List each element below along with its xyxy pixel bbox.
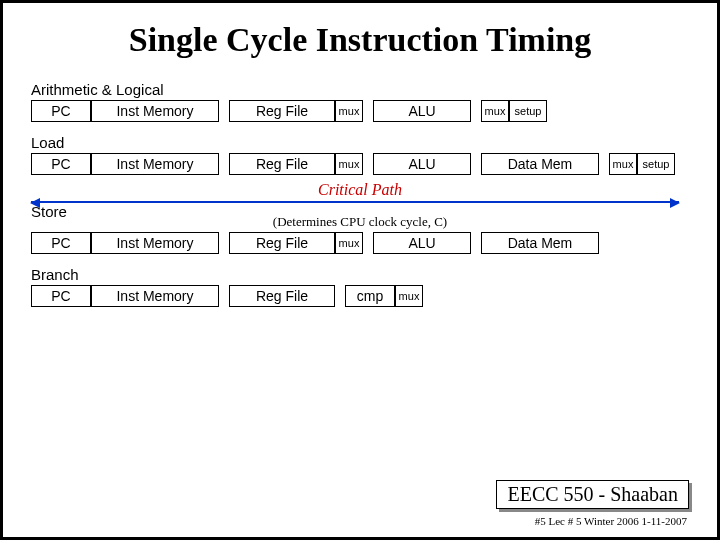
stage-inst: Inst Memory [91,100,219,122]
stage-data: Data Mem [481,153,599,175]
stage-reg: Reg File [229,100,335,122]
stage-setup: setup [509,100,547,122]
gap [219,232,229,254]
gap [471,100,481,122]
stage-cmp: cmp [345,285,395,307]
stage-inst: Inst Memory [91,153,219,175]
gap [335,285,345,307]
section-arithmetic-label: Arithmetic & Logical [31,81,689,98]
stage-mux: mux [395,285,423,307]
stage-reg: Reg File [229,153,335,175]
stage-alu: ALU [373,100,471,122]
stage-inst: Inst Memory [91,232,219,254]
stage-mux: mux [335,232,363,254]
stage-mux: mux [335,100,363,122]
gap [599,153,609,175]
gap [363,153,373,175]
stage-mux: mux [481,100,509,122]
stage-setup: setup [637,153,675,175]
arrow-line [31,201,679,203]
row-store: PC Inst Memory Reg File mux ALU Data Mem [31,232,689,254]
gap [363,100,373,122]
gap [471,153,481,175]
stage-inst: Inst Memory [91,285,219,307]
stage-mux: mux [335,153,363,175]
footer-sub: #5 Lec # 5 Winter 2006 1-11-2007 [535,515,687,527]
stage-pc: PC [31,285,91,307]
stage-reg: Reg File [229,285,335,307]
row-branch: PC Inst Memory Reg File cmp mux [31,285,689,307]
footer-course: EECC 550 - Shaaban [496,480,689,509]
determines-label: (Determines CPU clock cycle, C) [31,214,689,230]
stage-alu: ALU [373,153,471,175]
critical-path-label: Critical Path [31,181,689,199]
row-arithmetic: PC Inst Memory Reg File mux ALU mux setu… [31,100,689,122]
row-load: PC Inst Memory Reg File mux ALU Data Mem… [31,153,689,175]
stage-reg: Reg File [229,232,335,254]
section-load-label: Load [31,134,689,151]
stage-alu: ALU [373,232,471,254]
stage-pc: PC [31,100,91,122]
stage-pc: PC [31,232,91,254]
diagram-content: Arithmetic & Logical PC Inst Memory Reg … [3,81,717,307]
gap [219,285,229,307]
gap [219,153,229,175]
gap [219,100,229,122]
stage-pc: PC [31,153,91,175]
stage-mux: mux [609,153,637,175]
gap [363,232,373,254]
section-branch-label: Branch [31,266,689,283]
slide-title: Single Cycle Instruction Timing [3,21,717,59]
gap [471,232,481,254]
stage-data: Data Mem [481,232,599,254]
slide-frame: Single Cycle Instruction Timing Arithmet… [0,0,720,540]
